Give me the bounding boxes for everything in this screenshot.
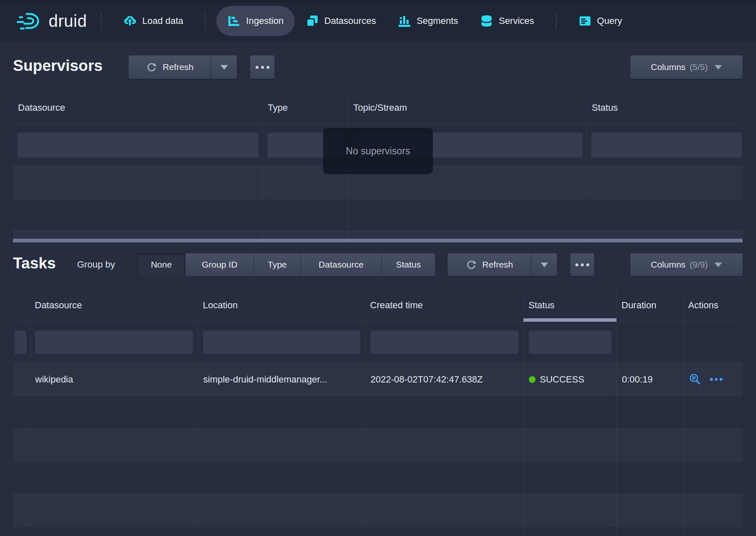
table-row <box>13 461 743 494</box>
tasks-table-header: Datasource Location Created time Status … <box>13 289 743 322</box>
tasks-filter-row <box>13 322 743 363</box>
status-badge: SUCCESS <box>540 374 584 385</box>
chevron-down-icon <box>715 263 722 267</box>
column-header-created-time[interactable]: Created time <box>365 289 523 321</box>
expander-filter-input[interactable] <box>14 329 27 354</box>
table-row <box>13 429 743 461</box>
status-success-dot <box>529 376 536 383</box>
tasks-title: Tasks <box>13 255 56 272</box>
brand-link[interactable]: druid <box>17 10 87 31</box>
tasks-refresh-menu-button[interactable] <box>531 253 557 276</box>
table-row <box>13 231 743 239</box>
supervisors-title: Supervisors <box>13 57 103 75</box>
no-supervisors-message: No supervisors <box>323 128 433 174</box>
datasource-cell: wikipedia <box>30 363 198 395</box>
table-row <box>13 395 743 429</box>
druid-console: druid Load data Ingestion <box>0 0 756 536</box>
nav-services[interactable]: Services <box>469 6 545 36</box>
nav-item-label: Datasources <box>324 16 376 26</box>
supervisors-refresh-button[interactable]: Refresh <box>129 55 211 79</box>
columns-count: (5/5) <box>690 62 708 72</box>
supervisors-more-button[interactable] <box>250 55 274 79</box>
nav-item-label: Load data <box>142 16 183 26</box>
column-header-topic-stream[interactable]: Topic/Stream <box>348 91 587 124</box>
status-filter-input[interactable] <box>590 131 743 158</box>
table-row <box>13 198 743 231</box>
task-detail-search-icon[interactable] <box>689 373 702 386</box>
column-header-location[interactable]: Location <box>198 289 365 321</box>
column-header-status[interactable]: Status <box>523 289 616 321</box>
group-by-type-button[interactable]: Type <box>254 253 300 276</box>
cloud-upload-icon <box>123 14 137 28</box>
tasks-table: Datasource Location Created time Status … <box>13 289 743 536</box>
database-icon <box>480 14 493 28</box>
refresh-label: Refresh <box>482 260 513 270</box>
nav-item-label: Query <box>597 16 622 26</box>
status-cell: SUCCESS <box>523 363 616 395</box>
layers-icon <box>306 14 319 28</box>
expander-cell[interactable] <box>13 363 30 395</box>
nav-query[interactable]: Query <box>567 6 633 36</box>
group-by-status-button[interactable]: Status <box>381 253 435 276</box>
location-cell: simple-druid-middlemanager... <box>198 363 365 395</box>
column-header-duration[interactable]: Duration <box>616 289 683 321</box>
more-icon <box>575 263 589 266</box>
chevron-down-icon <box>715 65 722 70</box>
columns-label: Columns <box>651 62 686 72</box>
nav-segments[interactable]: Segments <box>387 6 469 36</box>
datasource-filter-input[interactable] <box>17 131 259 158</box>
bar-chart-icon <box>398 14 411 28</box>
group-by-button-group: None Group ID Type Datasource Status <box>137 253 435 276</box>
tasks-refresh-button[interactable]: Refresh <box>448 253 531 276</box>
column-header-status[interactable]: Status <box>587 91 743 124</box>
table-row <box>13 494 743 526</box>
nav-datasources[interactable]: Datasources <box>295 6 387 36</box>
supervisors-refresh-menu-button[interactable] <box>211 55 237 79</box>
task-row-wikipedia[interactable]: wikipedia simple-druid-middlemanager... … <box>13 363 743 395</box>
brand-wordmark: druid <box>49 12 87 31</box>
tasks-more-button[interactable] <box>570 253 594 276</box>
nav-item-label: Segments <box>417 16 458 26</box>
column-header-datasource[interactable]: Datasource <box>30 289 198 321</box>
more-icon <box>256 66 269 69</box>
created-time-cell: 2022-08-02T07:42:47.638Z <box>365 363 523 395</box>
chevron-down-icon <box>220 65 228 70</box>
group-by-group-id-button[interactable]: Group ID <box>185 253 254 276</box>
column-header-expander[interactable] <box>13 289 30 321</box>
actions-cell <box>683 363 743 395</box>
nav-item-label: Services <box>499 16 534 26</box>
duration-filter-cell <box>616 322 683 363</box>
group-by-label: Group by <box>77 259 115 270</box>
gantt-chart-icon <box>227 14 241 28</box>
nav-divider <box>205 12 205 30</box>
column-header-type[interactable]: Type <box>263 91 348 124</box>
nav-ingestion[interactable]: Ingestion <box>216 6 294 36</box>
status-sort-indicator <box>523 318 616 322</box>
group-by-datasource-button[interactable]: Datasource <box>300 253 381 276</box>
columns-label: Columns <box>651 260 686 270</box>
group-by-none-button[interactable]: None <box>137 253 185 276</box>
location-filter-input[interactable] <box>202 329 361 354</box>
created-time-filter-input[interactable] <box>370 329 519 354</box>
supervisors-columns-button[interactable]: Columns (5/5) <box>630 55 743 79</box>
column-header-datasource[interactable]: Datasource <box>13 91 263 124</box>
tasks-columns-button[interactable]: Columns (9/9) <box>630 253 743 276</box>
columns-count: (9/9) <box>690 260 708 270</box>
horizontal-scrollbar[interactable] <box>13 239 743 242</box>
task-actions-more-icon[interactable] <box>710 378 722 381</box>
table-row <box>13 526 743 536</box>
nav-load-data[interactable]: Load data <box>112 6 194 36</box>
druid-logo-icon <box>17 10 43 31</box>
nav-item-label: Ingestion <box>246 16 283 26</box>
refresh-icon <box>466 259 477 271</box>
nav-divider <box>556 12 557 30</box>
actions-filter-cell <box>683 322 743 363</box>
window-top-edge <box>0 0 756 3</box>
column-header-actions[interactable]: Actions <box>683 289 743 321</box>
refresh-icon <box>146 62 157 73</box>
status-filter-input[interactable] <box>528 329 612 354</box>
top-nav: druid Load data Ingestion <box>0 0 756 42</box>
chevron-down-icon <box>541 263 548 267</box>
datasource-filter-input[interactable] <box>34 329 194 354</box>
supervisors-table: Datasource Type Topic/Stream Status No s… <box>13 91 743 239</box>
